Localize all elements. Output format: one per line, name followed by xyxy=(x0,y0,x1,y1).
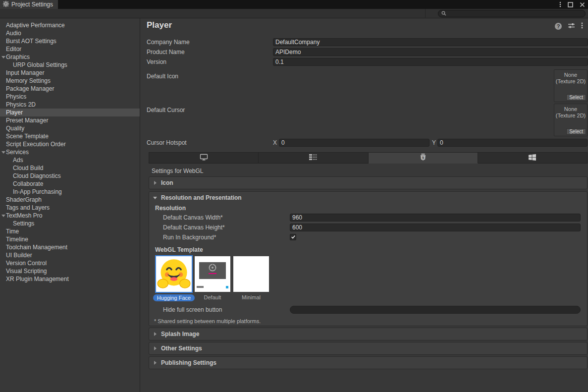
sidebar-item-label: UI Builder xyxy=(6,252,32,259)
hotspot-y-input[interactable] xyxy=(437,139,588,147)
sidebar-item-quality[interactable]: Quality xyxy=(0,124,140,132)
sidebar-item-label: Physics xyxy=(6,93,26,100)
sidebar-item-visual-scripting[interactable]: Visual Scripting xyxy=(0,267,140,275)
sidebar-item-audio[interactable]: Audio xyxy=(0,29,140,37)
maximize-icon[interactable] xyxy=(568,2,573,7)
platform-tab-webgl[interactable]: 5 xyxy=(369,152,478,164)
sidebar-item-label: Physics 2D xyxy=(6,101,36,108)
sidebar-item-physics[interactable]: Physics xyxy=(0,93,140,101)
default-icon-select-button[interactable]: Select xyxy=(566,94,586,101)
template-label-hugging-face[interactable]: Hugging Face xyxy=(153,294,195,301)
default-icon-texture-slot[interactable]: None (Texture 2D) Select xyxy=(554,69,588,102)
sidebar-item-label: Timeline xyxy=(6,236,28,243)
sidebar-item-adaptive-performance[interactable]: Adaptive Performance xyxy=(0,21,140,29)
section-other-header[interactable]: Other Settings xyxy=(149,342,587,354)
desktop-monitor-icon xyxy=(200,154,208,162)
section-publishing-header[interactable]: Publishing Settings xyxy=(149,357,587,369)
search-box[interactable] xyxy=(438,10,586,17)
sidebar-item-in-app-purchasing[interactable]: In-App Purchasing xyxy=(0,188,140,196)
section-resolution-header[interactable]: Resolution and Presentation xyxy=(149,192,587,204)
hide-fullscreen-input[interactable] xyxy=(290,306,581,314)
hide-fullscreen-label: Hide full screen button xyxy=(163,306,222,314)
version-input[interactable] xyxy=(273,58,588,66)
section-splash-header[interactable]: Splash Image xyxy=(149,328,587,340)
sidebar-item-label: Burst AOT Settings xyxy=(6,38,56,45)
sidebar-item-toolchain-management[interactable]: Toolchain Management xyxy=(0,243,140,251)
sidebar-item-tags-and-layers[interactable]: Tags and Layers xyxy=(0,204,140,212)
sidebar-item-preset-manager[interactable]: Preset Manager xyxy=(0,116,140,124)
section-other-settings: Other Settings xyxy=(149,342,588,355)
sidebar-item-textmesh-pro[interactable]: TextMesh Pro xyxy=(0,212,140,220)
sidebar-item-version-control[interactable]: Version Control xyxy=(0,259,140,267)
sidebar-item-label: Ads xyxy=(13,157,23,164)
sidebar-item-settings[interactable]: Settings xyxy=(0,220,140,227)
presets-icon[interactable] xyxy=(568,22,575,30)
sidebar-item-memory-settings[interactable]: Memory Settings xyxy=(0,77,140,85)
canvas-height-input[interactable] xyxy=(290,224,581,231)
sidebar-item-collaborate[interactable]: Collaborate xyxy=(0,180,140,188)
sidebar-item-player[interactable]: Player xyxy=(0,109,140,116)
sidebar-item-input-manager[interactable]: Input Manager xyxy=(0,69,140,77)
expanded-triangle-icon[interactable] xyxy=(1,215,5,217)
sidebar-item-xr-plugin-management[interactable]: XR Plugin Management xyxy=(0,275,140,283)
canvas-height-label: Default Canvas Height* xyxy=(163,224,225,231)
help-icon[interactable]: ? xyxy=(555,23,562,30)
sidebar-item-label: Audio xyxy=(6,30,21,37)
template-label-default[interactable]: Default xyxy=(192,294,233,300)
template-thumb-hugging-face[interactable] xyxy=(156,256,192,292)
gear-icon xyxy=(3,1,9,8)
expanded-triangle-icon[interactable] xyxy=(1,56,5,58)
project-settings-tab[interactable]: Project Settings xyxy=(0,0,58,9)
company-name-input[interactable] xyxy=(273,38,588,46)
page-title: Player xyxy=(147,20,172,30)
sidebar-item-label: XR Plugin Management xyxy=(6,276,69,282)
default-cursor-select-button[interactable]: Select xyxy=(566,128,586,135)
hotspot-x-label: X xyxy=(273,139,277,147)
sidebar-item-shadergraph[interactable]: ShaderGraph xyxy=(0,196,140,204)
more-menu-icon[interactable] xyxy=(581,22,583,30)
sidebar-item-urp-global-settings[interactable]: URP Global Settings xyxy=(0,61,140,69)
product-name-input[interactable] xyxy=(273,48,588,56)
sidebar-item-label: Visual Scripting xyxy=(6,268,47,275)
platform-tab-dedicated-server[interactable] xyxy=(259,152,368,164)
default-template-footer xyxy=(197,285,228,288)
platform-tab-desktop[interactable] xyxy=(149,152,259,164)
sidebar-item-label: Player xyxy=(6,109,23,116)
sidebar-item-ui-builder[interactable]: UI Builder xyxy=(0,251,140,259)
sidebar-item-label: Editor xyxy=(6,46,21,53)
sidebar-item-label: Tags and Layers xyxy=(6,204,50,211)
sidebar-item-editor[interactable]: Editor xyxy=(0,45,140,53)
section-splash-image: Splash Image xyxy=(149,328,588,340)
sidebar-item-label: Settings xyxy=(13,220,34,227)
sidebar-item-scene-template[interactable]: Scene Template xyxy=(0,132,140,140)
sidebar-item-burst-aot-settings[interactable]: Burst AOT Settings xyxy=(0,37,140,45)
player-settings-panel: Player ? Company Name Product Name Versi… xyxy=(141,18,588,392)
platform-tab-windows-store[interactable] xyxy=(478,152,588,164)
expanded-triangle-icon[interactable] xyxy=(1,151,5,154)
run-in-background-checkbox[interactable] xyxy=(290,234,296,240)
default-cursor-texture-slot[interactable]: None (Texture 2D) Select xyxy=(554,104,588,136)
window-menu-icon[interactable] xyxy=(559,1,561,7)
sidebar-item-label: Script Execution Order xyxy=(6,141,66,148)
sidebar-item-timeline[interactable]: Timeline xyxy=(0,235,140,243)
sidebar-item-label: Preset Manager xyxy=(6,117,48,124)
sidebar-item-services[interactable]: Services xyxy=(0,148,140,156)
sidebar-item-label: Time xyxy=(6,228,19,235)
sidebar-item-graphics[interactable]: Graphics xyxy=(0,53,140,61)
sidebar-item-time[interactable]: Time xyxy=(0,227,140,235)
sidebar-item-physics-2d[interactable]: Physics 2D xyxy=(0,101,140,109)
sidebar-item-package-manager[interactable]: Package Manager xyxy=(0,85,140,93)
sidebar-item-cloud-diagnostics[interactable]: Cloud Diagnostics xyxy=(0,172,140,180)
template-thumb-default[interactable] xyxy=(195,256,230,292)
template-thumb-minimal[interactable] xyxy=(233,256,269,292)
canvas-width-input[interactable] xyxy=(290,214,581,222)
sidebar-item-ads[interactable]: Ads xyxy=(0,156,140,164)
close-icon[interactable] xyxy=(580,2,585,7)
search-input[interactable] xyxy=(448,10,582,17)
sidebar-item-cloud-build[interactable]: Cloud Build xyxy=(0,164,140,172)
template-label-minimal[interactable]: Minimal xyxy=(230,294,272,300)
hotspot-x-input[interactable] xyxy=(279,139,429,147)
section-icon-header[interactable]: Icon xyxy=(149,177,587,189)
windows-logo-icon xyxy=(529,154,536,162)
sidebar-item-script-execution-order[interactable]: Script Execution Order xyxy=(0,140,140,148)
